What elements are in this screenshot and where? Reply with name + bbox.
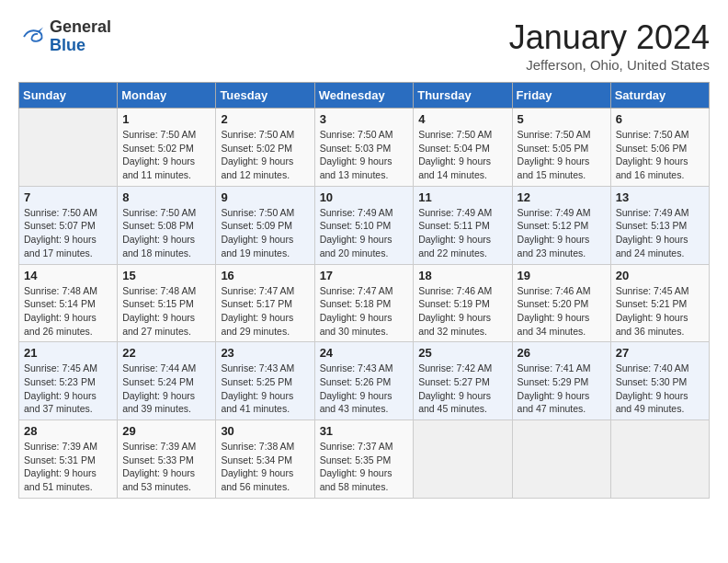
calendar-cell: 31Sunrise: 7:37 AM Sunset: 5:35 PM Dayli… [314, 420, 414, 499]
calendar-cell [19, 109, 118, 187]
day-number: 1 [122, 112, 210, 126]
calendar-cell: 21Sunrise: 7:45 AM Sunset: 5:23 PM Dayli… [19, 342, 118, 420]
calendar-cell: 5Sunrise: 7:50 AM Sunset: 5:05 PM Daylig… [512, 109, 610, 187]
day-number: 15 [122, 269, 210, 282]
day-number: 10 [320, 190, 409, 204]
calendar-cell: 30Sunrise: 7:38 AM Sunset: 5:34 PM Dayli… [216, 420, 314, 499]
day-number: 26 [518, 346, 606, 360]
day-number: 24 [320, 346, 409, 360]
logo-bird-icon [18, 23, 46, 51]
calendar-cell: 14Sunrise: 7:48 AM Sunset: 5:14 PM Dayli… [19, 264, 118, 342]
calendar-cell: 23Sunrise: 7:43 AM Sunset: 5:25 PM Dayli… [216, 342, 314, 420]
col-friday: Friday [512, 83, 610, 109]
day-number: 14 [24, 269, 112, 282]
table-row: 21Sunrise: 7:45 AM Sunset: 5:23 PM Dayli… [19, 342, 710, 420]
calendar-cell: 15Sunrise: 7:48 AM Sunset: 5:15 PM Dayli… [118, 264, 216, 342]
day-number: 20 [616, 269, 704, 282]
day-info: Sunrise: 7:50 AM Sunset: 5:07 PM Dayligh… [24, 206, 112, 260]
day-number: 8 [122, 190, 210, 204]
calendar-cell: 29Sunrise: 7:39 AM Sunset: 5:33 PM Dayli… [118, 420, 216, 499]
day-info: Sunrise: 7:44 AM Sunset: 5:24 PM Dayligh… [122, 362, 210, 416]
day-number: 25 [418, 346, 506, 360]
day-info: Sunrise: 7:39 AM Sunset: 5:31 PM Dayligh… [24, 440, 112, 494]
page-header: General Blue January 2024 Jefferson, Ohi… [18, 18, 710, 73]
calendar-cell: 10Sunrise: 7:49 AM Sunset: 5:10 PM Dayli… [314, 186, 414, 264]
day-info: Sunrise: 7:49 AM Sunset: 5:13 PM Dayligh… [616, 206, 704, 260]
day-info: Sunrise: 7:49 AM Sunset: 5:11 PM Dayligh… [418, 206, 506, 260]
day-info: Sunrise: 7:48 AM Sunset: 5:14 PM Dayligh… [24, 284, 112, 339]
day-number: 4 [418, 112, 506, 126]
calendar-cell: 25Sunrise: 7:42 AM Sunset: 5:27 PM Dayli… [414, 342, 512, 420]
day-info: Sunrise: 7:50 AM Sunset: 5:02 PM Dayligh… [122, 128, 210, 182]
day-info: Sunrise: 7:45 AM Sunset: 5:23 PM Dayligh… [24, 362, 112, 416]
calendar-cell: 24Sunrise: 7:43 AM Sunset: 5:26 PM Dayli… [314, 342, 414, 420]
calendar-cell: 9Sunrise: 7:50 AM Sunset: 5:09 PM Daylig… [216, 186, 314, 264]
day-info: Sunrise: 7:49 AM Sunset: 5:12 PM Dayligh… [518, 206, 606, 260]
calendar-cell: 20Sunrise: 7:45 AM Sunset: 5:21 PM Dayli… [610, 264, 709, 342]
subtitle: Jefferson, Ohio, United States [509, 57, 710, 73]
col-thursday: Thursday [414, 83, 512, 109]
day-number: 19 [518, 269, 606, 282]
table-row: 28Sunrise: 7:39 AM Sunset: 5:31 PM Dayli… [19, 420, 710, 499]
calendar-cell: 18Sunrise: 7:46 AM Sunset: 5:19 PM Dayli… [414, 264, 512, 342]
day-info: Sunrise: 7:49 AM Sunset: 5:10 PM Dayligh… [320, 206, 409, 260]
main-title: January 2024 [509, 18, 710, 57]
day-info: Sunrise: 7:50 AM Sunset: 5:08 PM Dayligh… [122, 206, 210, 260]
day-info: Sunrise: 7:45 AM Sunset: 5:21 PM Dayligh… [616, 284, 704, 339]
day-info: Sunrise: 7:50 AM Sunset: 5:09 PM Dayligh… [221, 206, 309, 260]
day-info: Sunrise: 7:46 AM Sunset: 5:19 PM Dayligh… [418, 284, 506, 339]
calendar-cell: 11Sunrise: 7:49 AM Sunset: 5:11 PM Dayli… [414, 186, 512, 264]
table-row: 1Sunrise: 7:50 AM Sunset: 5:02 PM Daylig… [19, 109, 710, 187]
calendar-cell [610, 420, 709, 499]
day-info: Sunrise: 7:48 AM Sunset: 5:15 PM Dayligh… [122, 284, 210, 339]
col-sunday: Sunday [19, 83, 118, 109]
day-number: 31 [320, 424, 409, 438]
day-info: Sunrise: 7:47 AM Sunset: 5:18 PM Dayligh… [320, 284, 409, 339]
day-info: Sunrise: 7:46 AM Sunset: 5:20 PM Dayligh… [518, 284, 606, 339]
day-info: Sunrise: 7:39 AM Sunset: 5:33 PM Dayligh… [122, 440, 210, 494]
calendar-cell: 4Sunrise: 7:50 AM Sunset: 5:04 PM Daylig… [414, 109, 512, 187]
calendar-cell: 13Sunrise: 7:49 AM Sunset: 5:13 PM Dayli… [610, 186, 709, 264]
day-number: 30 [221, 424, 309, 438]
calendar-header-row: Sunday Monday Tuesday Wednesday Thursday… [19, 83, 710, 109]
day-info: Sunrise: 7:41 AM Sunset: 5:29 PM Dayligh… [518, 362, 606, 416]
day-number: 29 [122, 424, 210, 438]
day-info: Sunrise: 7:40 AM Sunset: 5:30 PM Dayligh… [616, 362, 704, 416]
table-row: 7Sunrise: 7:50 AM Sunset: 5:07 PM Daylig… [19, 186, 710, 264]
day-number: 22 [122, 346, 210, 360]
day-number: 13 [616, 190, 704, 204]
day-info: Sunrise: 7:42 AM Sunset: 5:27 PM Dayligh… [418, 362, 506, 416]
col-wednesday: Wednesday [314, 83, 414, 109]
calendar-cell: 16Sunrise: 7:47 AM Sunset: 5:17 PM Dayli… [216, 264, 314, 342]
day-info: Sunrise: 7:50 AM Sunset: 5:03 PM Dayligh… [320, 128, 409, 182]
col-saturday: Saturday [610, 83, 709, 109]
day-info: Sunrise: 7:50 AM Sunset: 5:02 PM Dayligh… [221, 128, 309, 182]
table-row: 14Sunrise: 7:48 AM Sunset: 5:14 PM Dayli… [19, 264, 710, 342]
logo: General Blue [18, 18, 111, 55]
day-number: 5 [518, 112, 606, 126]
calendar-cell: 7Sunrise: 7:50 AM Sunset: 5:07 PM Daylig… [19, 186, 118, 264]
day-info: Sunrise: 7:43 AM Sunset: 5:26 PM Dayligh… [320, 362, 409, 416]
day-info: Sunrise: 7:38 AM Sunset: 5:34 PM Dayligh… [221, 440, 309, 494]
day-number: 12 [518, 190, 606, 204]
day-number: 6 [616, 112, 704, 126]
calendar-cell: 12Sunrise: 7:49 AM Sunset: 5:12 PM Dayli… [512, 186, 610, 264]
logo-text: General Blue [50, 18, 111, 55]
calendar-cell: 19Sunrise: 7:46 AM Sunset: 5:20 PM Dayli… [512, 264, 610, 342]
day-number: 28 [24, 424, 112, 438]
day-number: 16 [221, 269, 309, 282]
day-info: Sunrise: 7:50 AM Sunset: 5:05 PM Dayligh… [518, 128, 606, 182]
day-info: Sunrise: 7:50 AM Sunset: 5:04 PM Dayligh… [418, 128, 506, 182]
day-number: 21 [24, 346, 112, 360]
calendar-cell: 26Sunrise: 7:41 AM Sunset: 5:29 PM Dayli… [512, 342, 610, 420]
day-number: 2 [221, 112, 309, 126]
calendar-cell: 17Sunrise: 7:47 AM Sunset: 5:18 PM Dayli… [314, 264, 414, 342]
col-monday: Monday [118, 83, 216, 109]
day-number: 23 [221, 346, 309, 360]
title-section: January 2024 Jefferson, Ohio, United Sta… [509, 18, 710, 73]
calendar-cell: 28Sunrise: 7:39 AM Sunset: 5:31 PM Dayli… [19, 420, 118, 499]
day-info: Sunrise: 7:50 AM Sunset: 5:06 PM Dayligh… [616, 128, 704, 182]
day-info: Sunrise: 7:43 AM Sunset: 5:25 PM Dayligh… [221, 362, 309, 416]
calendar-cell [414, 420, 512, 499]
day-number: 11 [418, 190, 506, 204]
